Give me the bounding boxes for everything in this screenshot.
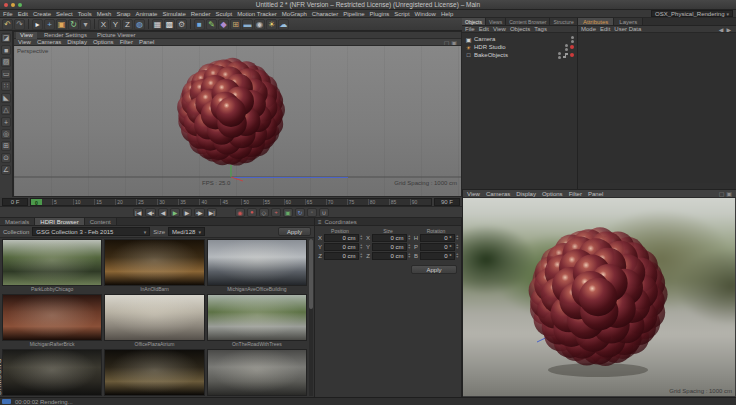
- viewport-menu-options[interactable]: Options: [93, 39, 114, 45]
- objects-menu-view[interactable]: View: [493, 26, 506, 32]
- menu-script[interactable]: Script: [394, 11, 409, 17]
- stepper-icon[interactable]: ▲▼: [456, 235, 459, 242]
- attributes-menu-user-data[interactable]: User Data: [614, 26, 641, 32]
- light-icon[interactable]: ☀: [266, 19, 277, 30]
- browser-scrollbar[interactable]: [309, 239, 313, 396]
- lock-icon[interactable]: ⊙: [1, 153, 11, 163]
- record-position-button[interactable]: +: [271, 208, 281, 217]
- record-scale-button[interactable]: ▣: [283, 208, 293, 217]
- timeline-playhead[interactable]: 0: [31, 199, 42, 206]
- menu-motion-tracker[interactable]: Motion Tracker: [237, 11, 277, 17]
- objects-menu-tags[interactable]: Tags: [534, 26, 547, 32]
- points-mode-icon[interactable]: ∷: [1, 81, 11, 91]
- primitive-cube-icon[interactable]: ■: [194, 19, 205, 30]
- keyframe-selection-button[interactable]: ◇: [259, 208, 269, 217]
- hdri-thumbnail[interactable]: MichiganAveOfficeBuilding: [207, 239, 307, 293]
- stepper-icon[interactable]: ▲▼: [456, 244, 459, 251]
- scrollbar-thumb[interactable]: [309, 239, 313, 309]
- viewport-menu-view[interactable]: View: [467, 191, 480, 197]
- coord-value-field[interactable]: 0 cm: [324, 243, 359, 251]
- timeline-ruler[interactable]: 051015202530354045505560657075808590 0: [30, 198, 432, 206]
- title-bar[interactable]: Untitled 2 * (NFR Version – Restricted L…: [0, 0, 736, 10]
- render-view-icon[interactable]: ▦: [152, 19, 163, 30]
- menu-edit[interactable]: Edit: [18, 11, 28, 17]
- material-tag-icon[interactable]: [570, 53, 574, 57]
- viewport-menu-display[interactable]: Display: [516, 191, 536, 197]
- menu-help[interactable]: Help: [441, 11, 453, 17]
- tab-content[interactable]: Content: [85, 218, 117, 225]
- history-forward-icon[interactable]: ▶: [726, 26, 731, 33]
- window-controls[interactable]: [4, 3, 22, 7]
- texture-mode-icon[interactable]: ▨: [1, 57, 11, 67]
- hdri-thumbnail[interactable]: OfficePlazaAtrium: [104, 294, 204, 348]
- collection-dropdown[interactable]: GSG Collection 3 - Feb 2015 ▾: [32, 227, 150, 236]
- viewport-toggle-icon[interactable]: ▢: [719, 190, 725, 197]
- timeline-start-field[interactable]: 0 F: [2, 198, 28, 206]
- coordinates-apply-button[interactable]: Apply: [411, 265, 457, 274]
- viewport-menu-panel[interactable]: Panel: [588, 191, 603, 197]
- axis-z-button[interactable]: Z: [122, 19, 133, 30]
- viewport-toggle-icon[interactable]: ▣: [451, 39, 457, 46]
- history-back-icon[interactable]: ◀: [719, 26, 724, 33]
- material-tag-icon[interactable]: [570, 45, 574, 49]
- hdri-thumbnail[interactable]: OnTheRoadWithTrees: [207, 294, 307, 348]
- coord-value-field[interactable]: 0 °: [420, 252, 455, 260]
- object-list-item[interactable]: ▣Camera: [462, 35, 577, 43]
- prev-frame-button[interactable]: ◀: [158, 208, 168, 217]
- spline-pen-icon[interactable]: ✎: [206, 19, 217, 30]
- menu-plugins[interactable]: Plugins: [370, 11, 390, 17]
- visibility-dots-icon[interactable]: [565, 44, 568, 51]
- layout-selector[interactable]: OSX_Physical_Rendering ▾: [651, 10, 733, 17]
- last-tool-icon[interactable]: ▾: [80, 19, 91, 30]
- texture-tag-icon[interactable]: [563, 53, 568, 58]
- undo-icon[interactable]: ↶: [2, 19, 13, 30]
- floor-icon[interactable]: ▬: [242, 19, 253, 30]
- menu-select[interactable]: Select: [56, 11, 73, 17]
- sky-icon[interactable]: ☁: [278, 19, 289, 30]
- hdri-apply-button[interactable]: Apply: [278, 227, 311, 236]
- attributes-menu-edit[interactable]: Edit: [600, 26, 610, 32]
- tab-structure[interactable]: Structure: [550, 18, 577, 25]
- object-list-item[interactable]: □BakeObjects: [462, 51, 577, 59]
- tab-layers[interactable]: Layers: [614, 18, 643, 25]
- stepper-icon[interactable]: ▲▼: [360, 253, 363, 260]
- viewport-toggle-icon[interactable]: ▣: [726, 190, 732, 197]
- object-list-item[interactable]: ☀HDR Studio: [462, 43, 577, 51]
- viewport-snap-icon[interactable]: ◎: [1, 129, 11, 139]
- move-tool-icon[interactable]: +: [44, 19, 55, 30]
- play-button[interactable]: ▶: [170, 208, 180, 217]
- goto-end-button[interactable]: ▶|: [207, 208, 217, 217]
- scale-tool-icon[interactable]: ▣: [56, 19, 67, 30]
- coord-value-field[interactable]: 0 cm: [372, 252, 407, 260]
- redo-icon[interactable]: ↷: [14, 19, 25, 30]
- menu-mesh[interactable]: Mesh: [97, 11, 112, 17]
- record-keyframe-button[interactable]: ◉: [235, 208, 245, 217]
- visibility-dots-icon[interactable]: [558, 52, 561, 59]
- objects-menu-objects[interactable]: Objects: [510, 26, 530, 32]
- tab-attributes[interactable]: Attributes: [578, 18, 614, 25]
- viewport-menu-options[interactable]: Options: [542, 191, 563, 197]
- size-dropdown[interactable]: Med/128 ▾: [168, 227, 205, 236]
- axis-x-button[interactable]: X: [98, 19, 109, 30]
- viewport-menu-cameras[interactable]: Cameras: [486, 191, 510, 197]
- menu-pipeline[interactable]: Pipeline: [343, 11, 364, 17]
- hdri-thumbnail[interactable]: MichiganRafterBrick: [2, 294, 102, 348]
- hdri-thumbnail[interactable]: InAnOldBarn: [104, 239, 204, 293]
- record-parameter-button[interactable]: ◦: [307, 208, 317, 217]
- coord-value-field[interactable]: 0 cm: [372, 234, 407, 242]
- autokey-button[interactable]: ●: [247, 208, 257, 217]
- menu-tools[interactable]: Tools: [78, 11, 92, 17]
- viewport-render-canvas[interactable]: Grid Spacing : 1000 cm: [463, 198, 735, 396]
- stepper-icon[interactable]: ▲▼: [456, 253, 459, 260]
- enable-axis-icon[interactable]: +: [1, 117, 11, 127]
- make-editable-icon[interactable]: ◪: [1, 33, 11, 43]
- live-selection-icon[interactable]: ▸: [32, 19, 43, 30]
- close-window-icon[interactable]: [4, 3, 8, 7]
- axis-y-button[interactable]: Y: [110, 19, 121, 30]
- next-frame-button[interactable]: ▶: [182, 208, 192, 217]
- coord-value-field[interactable]: 0 °: [420, 234, 455, 242]
- coord-value-field[interactable]: 0 °: [420, 243, 455, 251]
- tab-views[interactable]: Views: [486, 18, 506, 25]
- menu-render[interactable]: Render: [191, 11, 211, 17]
- objects-menu-edit[interactable]: Edit: [479, 26, 489, 32]
